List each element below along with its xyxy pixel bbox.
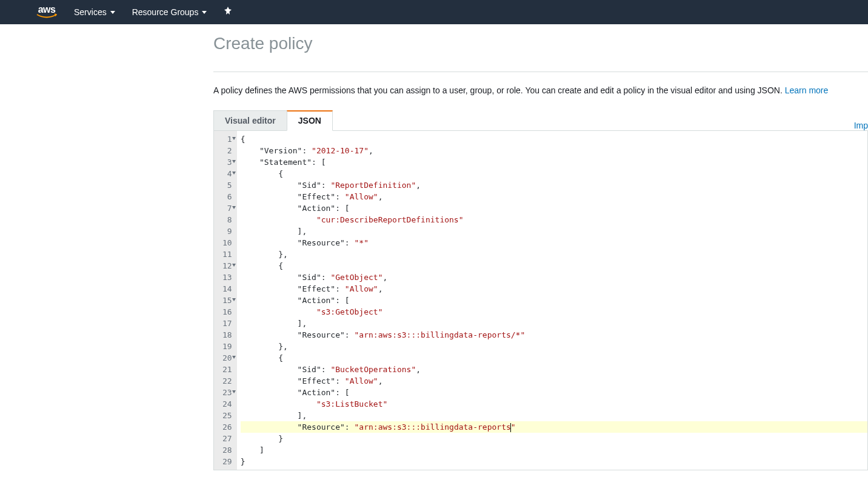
code-line[interactable]: "Statement": [ bbox=[241, 156, 867, 168]
pin-icon[interactable] bbox=[224, 7, 232, 18]
tabs: Visual editor JSON bbox=[213, 110, 333, 130]
code-line[interactable]: "Action": [ bbox=[241, 202, 867, 214]
page-title: Create policy bbox=[213, 34, 868, 53]
nav-services[interactable]: Services bbox=[74, 7, 115, 17]
tabs-row: Visual editor JSON Imp bbox=[213, 110, 868, 131]
tab-visual-editor[interactable]: Visual editor bbox=[213, 110, 287, 130]
code-line[interactable]: "Sid": "GetObject", bbox=[241, 272, 867, 283]
line-number: 5 bbox=[222, 179, 232, 191]
line-number: 24 bbox=[222, 398, 232, 410]
line-number: 6 bbox=[222, 191, 232, 202]
aws-smile-icon bbox=[36, 13, 57, 19]
divider bbox=[213, 72, 868, 72]
code-line[interactable]: "Sid": "ReportDefinition", bbox=[241, 179, 867, 191]
main-content: Create policy A policy defines the AWS p… bbox=[0, 24, 868, 470]
code-line[interactable]: "Sid": "BucketOperations", bbox=[241, 364, 867, 375]
import-managed-policy-link[interactable]: Imp bbox=[854, 121, 868, 130]
line-number: 22 bbox=[222, 375, 232, 387]
learn-more-link[interactable]: Learn more bbox=[785, 85, 829, 95]
code-line[interactable]: "Effect": "Allow", bbox=[241, 283, 867, 295]
line-number: 18 bbox=[222, 329, 232, 341]
code-line[interactable]: "Version": "2012-10-17", bbox=[241, 145, 867, 156]
editor-gutter: 1234567891011121314151617181920212223242… bbox=[214, 131, 237, 470]
code-line[interactable]: ], bbox=[241, 410, 867, 421]
line-number: 17 bbox=[222, 318, 232, 329]
line-number: 23 bbox=[222, 387, 232, 398]
line-number: 29 bbox=[222, 456, 232, 467]
line-number: 15 bbox=[222, 295, 232, 306]
line-number: 28 bbox=[222, 444, 232, 456]
code-line[interactable]: "s3:GetObject" bbox=[241, 306, 867, 318]
line-number: 25 bbox=[222, 410, 232, 421]
top-nav: aws Services Resource Groups bbox=[0, 0, 868, 24]
code-line[interactable]: }, bbox=[241, 341, 867, 352]
code-line[interactable]: } bbox=[241, 433, 867, 444]
line-number: 10 bbox=[222, 237, 232, 249]
line-number: 19 bbox=[222, 341, 232, 352]
line-number: 27 bbox=[222, 433, 232, 444]
code-line[interactable]: "Effect": "Allow", bbox=[241, 191, 867, 202]
nav-resource-groups[interactable]: Resource Groups bbox=[132, 7, 207, 17]
line-number: 11 bbox=[222, 249, 232, 260]
line-number: 3 bbox=[222, 156, 232, 168]
line-number: 14 bbox=[222, 283, 232, 295]
line-number: 7 bbox=[222, 202, 232, 214]
json-editor-container: 1234567891011121314151617181920212223242… bbox=[213, 131, 868, 470]
chevron-down-icon bbox=[202, 11, 207, 14]
code-line[interactable]: } bbox=[241, 456, 867, 467]
line-number: 9 bbox=[222, 225, 232, 237]
line-number: 1 bbox=[222, 133, 232, 145]
code-line[interactable]: "s3:ListBucket" bbox=[241, 398, 867, 410]
code-line[interactable]: "Effect": "Allow", bbox=[241, 375, 867, 387]
code-line[interactable]: { bbox=[241, 168, 867, 179]
line-number: 4 bbox=[222, 168, 232, 179]
chevron-down-icon bbox=[110, 11, 115, 14]
nav-resource-groups-label: Resource Groups bbox=[132, 7, 199, 17]
description-text: A policy defines the AWS permissions tha… bbox=[213, 85, 785, 95]
code-line[interactable]: "Resource": "arn:aws:s3:::billingdata-re… bbox=[241, 421, 867, 433]
code-line[interactable]: { bbox=[241, 260, 867, 272]
code-line[interactable]: "cur:DescribeReportDefinitions" bbox=[241, 214, 867, 225]
code-line[interactable]: }, bbox=[241, 249, 867, 260]
tab-json[interactable]: JSON bbox=[287, 110, 333, 131]
policy-description: A policy defines the AWS permissions tha… bbox=[213, 84, 828, 97]
line-number: 8 bbox=[222, 214, 232, 225]
aws-logo[interactable]: aws bbox=[36, 5, 57, 19]
code-line[interactable]: "Resource": "arn:aws:s3:::billingdata-re… bbox=[241, 329, 867, 341]
editor-code-area[interactable]: { "Version": "2012-10-17", "Statement": … bbox=[237, 131, 867, 470]
line-number: 2 bbox=[222, 145, 232, 156]
line-number: 13 bbox=[222, 272, 232, 283]
code-line[interactable]: { bbox=[241, 352, 867, 364]
line-number: 12 bbox=[222, 260, 232, 272]
code-line[interactable]: "Resource": "*" bbox=[241, 237, 867, 249]
code-line[interactable]: { bbox=[241, 133, 867, 145]
line-number: 20 bbox=[222, 352, 232, 364]
json-editor[interactable]: 1234567891011121314151617181920212223242… bbox=[214, 131, 867, 470]
code-line[interactable]: ], bbox=[241, 318, 867, 329]
nav-services-label: Services bbox=[74, 7, 107, 17]
line-number: 16 bbox=[222, 306, 232, 318]
code-line[interactable]: ], bbox=[241, 225, 867, 237]
line-number: 21 bbox=[222, 364, 232, 375]
code-line[interactable]: ] bbox=[241, 444, 867, 456]
code-line[interactable]: "Action": [ bbox=[241, 295, 867, 306]
line-number: 26 bbox=[222, 421, 232, 433]
code-line[interactable]: "Action": [ bbox=[241, 387, 867, 398]
